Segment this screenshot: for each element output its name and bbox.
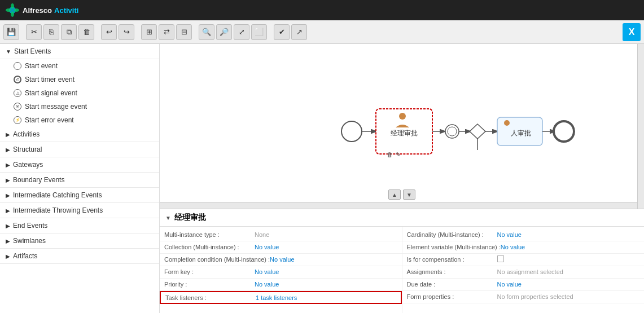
canvas[interactable]: 经理审批 🗑 ✎ 人审批 (160, 44, 644, 209)
prop-value-task-listeners[interactable]: 1 task listeners (256, 294, 297, 301)
props-title-text: 经理审批 (174, 213, 206, 223)
align-button[interactable]: ⊟ (176, 24, 192, 40)
svg-text:经理审批: 经理审批 (391, 129, 418, 137)
prop-label-assignments: Assignments : (407, 268, 497, 275)
canvas-nav-down[interactable]: ▼ (403, 189, 415, 200)
message-icon: ✉ (14, 103, 21, 111)
props-left-col: Multi-instance type : None Collection (M… (160, 227, 402, 313)
prop-value-form-key[interactable]: No value (255, 268, 279, 275)
prop-label-form-key: Form key : (164, 268, 255, 275)
chevron-right-icon-end: ▶ (6, 223, 10, 229)
sidebar-item-start-timer[interactable]: ⏱ Start timer event (0, 73, 159, 86)
svg-point-3 (6, 8, 11, 12)
sidebar-item-start-signal[interactable]: △ Start signal event (0, 86, 159, 100)
connect-button[interactable]: ⇄ (159, 24, 174, 40)
chevron-right-icon-structural: ▶ (6, 147, 10, 153)
redo-button[interactable]: ↪ (119, 24, 134, 40)
sidebar-section-swimlanes-label: Swimlanes (13, 237, 46, 245)
signal-icon: △ (14, 89, 21, 97)
prop-value-multi-type: None (255, 231, 269, 238)
prop-row-compensation: Is for compensation : (402, 254, 645, 266)
prop-row-collection: Collection (Multi-instance) : No value (160, 241, 402, 254)
prop-value-form-props[interactable]: No form properties selected (497, 293, 573, 300)
sidebar-item-start-timer-label: Start timer event (25, 76, 75, 83)
sidebar-item-start-signal-label: Start signal event (25, 89, 77, 97)
chevron-down-icon: ▼ (6, 49, 11, 55)
prop-label-form-props: Form properties : (407, 293, 497, 300)
copy-button[interactable]: ⎘ (43, 24, 59, 40)
sidebar-section-gateways[interactable]: ▶ Gateways (0, 157, 159, 173)
prop-label-element-var: Element variable (Multi-instance) : (407, 243, 501, 250)
prop-value-priority[interactable]: No value (255, 280, 279, 288)
canvas-vertical-scrollbar[interactable] (637, 44, 644, 209)
prop-value-cardinality[interactable]: No value (497, 231, 522, 238)
prop-value-element-var[interactable]: No value (501, 243, 525, 250)
logo-activiti: Activiti (54, 6, 78, 15)
sidebar-section-activities[interactable]: ▶ Activities (0, 127, 159, 142)
svg-point-14 (448, 127, 457, 136)
prop-row-priority: Priority : No value (160, 279, 402, 291)
sidebar-item-start-message[interactable]: ✉ Start message event (0, 100, 159, 113)
sidebar-section-end-events[interactable]: ▶ End Events (0, 218, 159, 233)
export-button[interactable]: ↗ (291, 24, 307, 40)
sidebar-section-boundary-events[interactable]: ▶ Boundary Events (0, 173, 159, 188)
undo-button[interactable]: ↩ (101, 24, 117, 40)
props-right-col: Cardinality (Multi-instance) : No value … (402, 227, 645, 313)
zoom-out-button[interactable]: 🔎 (216, 24, 232, 40)
close-button[interactable]: X (623, 23, 641, 41)
sidebar-section-intermediate-throwing[interactable]: ▶ Intermediate Throwing Events (0, 203, 159, 218)
canvas-nav-up[interactable]: ▲ (388, 189, 401, 200)
zoom-fit-button[interactable]: ⤢ (234, 24, 249, 40)
svg-point-4 (14, 8, 19, 12)
chevron-right-icon-boundary: ▶ (6, 177, 10, 183)
prop-value-due-date[interactable]: No value (497, 280, 522, 288)
canvas-wrap: 经理审批 🗑 ✎ 人审批 (160, 44, 644, 313)
chevron-right-icon-int-catch: ▶ (6, 192, 10, 199)
prop-label-task-listeners: Task listeners : (165, 294, 256, 301)
prop-label-compensation: Is for compensation : (407, 255, 497, 263)
props-title-bar: ▼ 经理审批 (160, 209, 644, 227)
sidebar-section-start-events[interactable]: ▼ Start Events (0, 44, 159, 59)
logo-alfresco: Alfresco (23, 6, 52, 15)
zoom-page-button[interactable]: ⬜ (251, 24, 267, 40)
sidebar-section-gateways-label: Gateways (13, 161, 43, 169)
chevron-right-icon-gateways: ▶ (6, 162, 10, 168)
prop-label-cardinality: Cardinality (Multi-instance) : (407, 231, 497, 238)
prop-value-assignments[interactable]: No assignment selected (497, 268, 563, 275)
sidebar-item-start-error[interactable]: ⚡ Start error event (0, 113, 159, 127)
svg-point-2 (11, 11, 14, 17)
prop-row-task-listeners[interactable]: Task listeners : 1 task listeners (160, 291, 402, 304)
sidebar-section-swimlanes[interactable]: ▶ Swimlanes (0, 233, 159, 249)
sidebar-item-start-event[interactable]: Start event (0, 59, 159, 73)
svg-point-5 (341, 121, 362, 142)
delete-button[interactable]: 🗑 (78, 24, 94, 40)
zoom-in-button[interactable]: 🔍 (199, 24, 214, 40)
validate-button[interactable]: ✔ (274, 24, 290, 40)
save-button[interactable]: 💾 (3, 24, 19, 40)
timer-icon: ⏱ (14, 76, 21, 83)
prop-label-due-date: Due date : (407, 280, 497, 288)
compensation-checkbox[interactable] (497, 255, 504, 262)
canvas-horizontal-scrollbar[interactable] (160, 202, 644, 209)
prop-label-multi-type: Multi-instance type : (164, 231, 255, 238)
sidebar-section-structural[interactable]: ▶ Structural (0, 142, 159, 157)
sidebar-section-artifacts[interactable]: ▶ Artifacts (0, 249, 159, 264)
sidebar-section-intermediate-catching[interactable]: ▶ Intermediate Catching Events (0, 188, 159, 203)
paste-button[interactable]: ⧉ (61, 24, 77, 40)
sidebar-section-intermediate-catching-label: Intermediate Catching Events (13, 191, 102, 199)
snap-button[interactable]: ⊞ (141, 24, 157, 40)
prop-value-completion[interactable]: No value (270, 255, 294, 263)
svg-marker-16 (470, 124, 485, 139)
svg-point-20 (504, 120, 510, 126)
start-events-items: Start event ⏱ Start timer event △ Start … (0, 59, 159, 127)
prop-row-form-props: Form properties : No form properties sel… (402, 291, 645, 303)
prop-value-collection[interactable]: No value (255, 243, 279, 250)
sidebar-item-start-event-label: Start event (25, 62, 58, 70)
chevron-right-icon-int-throw: ▶ (6, 208, 10, 214)
toolbar: 💾 ✂ ⎘ ⧉ 🗑 ↩ ↪ ⊞ ⇄ ⊟ 🔍 🔎 ⤢ ⬜ ✔ ↗ X (0, 20, 644, 44)
sidebar-section-start-events-label: Start Events (14, 47, 51, 55)
svg-text:🗑: 🗑 (387, 151, 393, 158)
cut-button[interactable]: ✂ (26, 24, 42, 40)
sidebar-item-start-error-label: Start error event (25, 116, 74, 124)
prop-label-collection: Collection (Multi-instance) : (164, 243, 255, 250)
